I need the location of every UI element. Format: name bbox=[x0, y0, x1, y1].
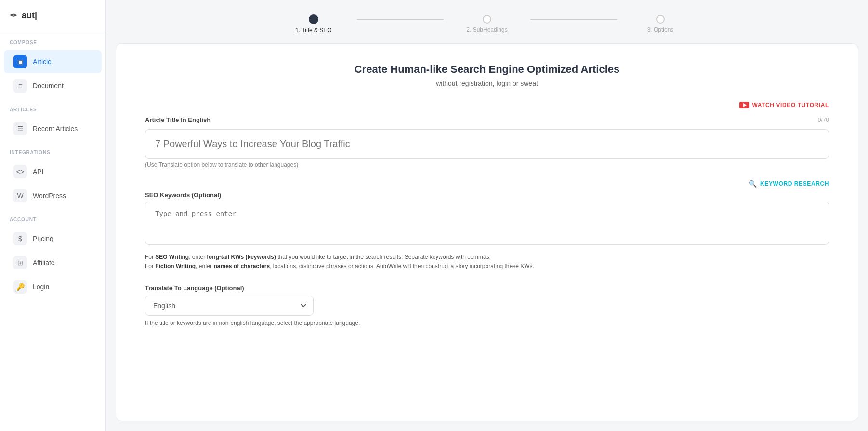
hint-fiction-bold1: Fiction Writing bbox=[155, 263, 196, 269]
keywords-hint: For SEO Writing, enter long-tail KWs (ke… bbox=[145, 253, 829, 271]
sidebar-item-icon-pricing: $ bbox=[13, 232, 27, 245]
sidebar-item-recent-articles[interactable]: ☰Recent Articles bbox=[4, 117, 102, 140]
sidebar-item-label-wordpress: WordPress bbox=[33, 192, 66, 200]
hint-seo-middle: , enter bbox=[189, 254, 207, 260]
sidebar-section-label-compose: COMPOSE bbox=[0, 31, 105, 49]
hint-seo-prefix: For bbox=[145, 254, 155, 260]
translate-label: Translate To Language (Optional) bbox=[145, 284, 829, 292]
sidebar-item-icon-login: 🔑 bbox=[13, 280, 27, 294]
sidebar-section-articles: ARTICLES☰Recent Articles bbox=[0, 98, 105, 140]
hint-fiction-bold2: names of characters bbox=[213, 263, 270, 269]
keyword-research-link[interactable]: 🔍 KEYWORD RESEARCH bbox=[145, 180, 829, 188]
sidebar-item-icon-wordpress: W bbox=[13, 189, 27, 202]
logo-icon: ✒ bbox=[10, 10, 18, 21]
hint-seo-suffix: that you would like to target in the sea… bbox=[276, 254, 491, 260]
step-1: 1. Title & SEO bbox=[270, 14, 357, 34]
sidebar-item-label-article: Article bbox=[33, 58, 52, 66]
sidebar-section-label-account: ACCOUNT bbox=[0, 208, 105, 226]
step-2-label: 2. SubHeadings bbox=[466, 27, 507, 33]
article-title-label: Article Title In English bbox=[145, 116, 210, 123]
step-3-circle bbox=[656, 15, 665, 24]
step-1-circle bbox=[309, 14, 318, 24]
translate-hint: If the title or keywords are in non-engl… bbox=[145, 320, 829, 326]
sidebar-item-icon-api: <> bbox=[13, 165, 27, 178]
watch-video-label: WATCH VIDEO TUTORIAL bbox=[752, 102, 829, 108]
article-title-hint: (Use Translate option below to translate… bbox=[145, 162, 829, 168]
content-area: Create Human-like Search Engine Optimize… bbox=[116, 43, 858, 421]
sidebar-section-integrations: INTEGRATIONS<>APIWWordPress bbox=[0, 141, 105, 207]
youtube-icon bbox=[739, 102, 749, 108]
main-content: 1. Title & SEO 2. SubHeadings 3. Options… bbox=[106, 0, 868, 431]
seo-keywords-label: SEO Keywords (Optional) bbox=[145, 191, 829, 199]
sidebar-item-login[interactable]: 🔑Login bbox=[4, 275, 102, 298]
sidebar-section-compose: COMPOSE▣Article≡Document bbox=[0, 31, 105, 97]
stepper-container: 1. Title & SEO 2. SubHeadings 3. Options bbox=[106, 0, 868, 43]
hint-seo-bold2: long-tail KWs (keywords) bbox=[207, 254, 276, 260]
sidebar-item-label-login: Login bbox=[33, 283, 49, 291]
sidebar-item-article[interactable]: ▣Article bbox=[4, 50, 102, 73]
char-count: 0/70 bbox=[818, 117, 829, 123]
page-title: Create Human-like Search Engine Optimize… bbox=[145, 63, 829, 76]
hint-fiction-middle: , enter bbox=[196, 263, 213, 269]
seo-keywords-input[interactable] bbox=[145, 202, 829, 245]
step-3: 3. Options bbox=[617, 15, 704, 33]
sidebar-item-wordpress[interactable]: WWordPress bbox=[4, 184, 102, 207]
step-2: 2. SubHeadings bbox=[444, 15, 530, 33]
step-line-2 bbox=[530, 19, 617, 20]
sidebar-item-affiliate[interactable]: ⊞Affiliate bbox=[4, 251, 102, 274]
sidebar-item-icon-document: ≡ bbox=[13, 79, 27, 93]
logo: ✒ aut| bbox=[0, 10, 105, 31]
hint-seo-bold1: SEO Writing bbox=[155, 254, 189, 260]
sidebar-item-icon-recent-articles: ☰ bbox=[13, 122, 27, 135]
sidebar-item-icon-article: ▣ bbox=[13, 55, 27, 68]
sidebar-section-label-articles: ARTICLES bbox=[0, 98, 105, 116]
article-title-row: Article Title In English 0/70 bbox=[145, 116, 829, 126]
translate-select[interactable]: EnglishSpanishFrenchGermanItalianPortugu… bbox=[145, 296, 314, 316]
sidebar-section-account: ACCOUNT$Pricing⊞Affiliate🔑Login bbox=[0, 208, 105, 298]
sidebar-section-label-integrations: INTEGRATIONS bbox=[0, 141, 105, 159]
hint-fiction-suffix: , locations, distinctive phrases or acti… bbox=[270, 263, 534, 269]
sidebar-item-document[interactable]: ≡Document bbox=[4, 74, 102, 97]
sidebar-item-label-document: Document bbox=[33, 82, 64, 90]
search-icon: 🔍 bbox=[749, 180, 757, 188]
logo-text: aut| bbox=[22, 11, 37, 21]
article-title-input[interactable] bbox=[145, 129, 829, 159]
sidebar-item-label-affiliate: Affiliate bbox=[33, 259, 55, 267]
step-1-label: 1. Title & SEO bbox=[295, 27, 331, 34]
keyword-research-label: KEYWORD RESEARCH bbox=[760, 180, 829, 187]
sidebar-item-label-api: API bbox=[33, 168, 44, 175]
sidebar-item-label-pricing: Pricing bbox=[33, 235, 53, 242]
step-3-label: 3. Options bbox=[647, 27, 674, 33]
sidebar-item-icon-affiliate: ⊞ bbox=[13, 256, 27, 269]
step-line-1 bbox=[357, 19, 444, 20]
sidebar-item-pricing[interactable]: $Pricing bbox=[4, 227, 102, 250]
sidebar: ✒ aut| COMPOSE▣Article≡DocumentARTICLES☰… bbox=[0, 0, 106, 431]
watch-video-link[interactable]: WATCH VIDEO TUTORIAL bbox=[145, 102, 829, 108]
sidebar-item-api[interactable]: <>API bbox=[4, 160, 102, 183]
step-2-circle bbox=[483, 15, 491, 24]
hint-fiction-prefix: For bbox=[145, 263, 155, 269]
stepper: 1. Title & SEO 2. SubHeadings 3. Options bbox=[270, 14, 704, 34]
sidebar-item-label-recent-articles: Recent Articles bbox=[33, 125, 78, 133]
page-subtitle: without registration, login or sweat bbox=[145, 80, 829, 87]
